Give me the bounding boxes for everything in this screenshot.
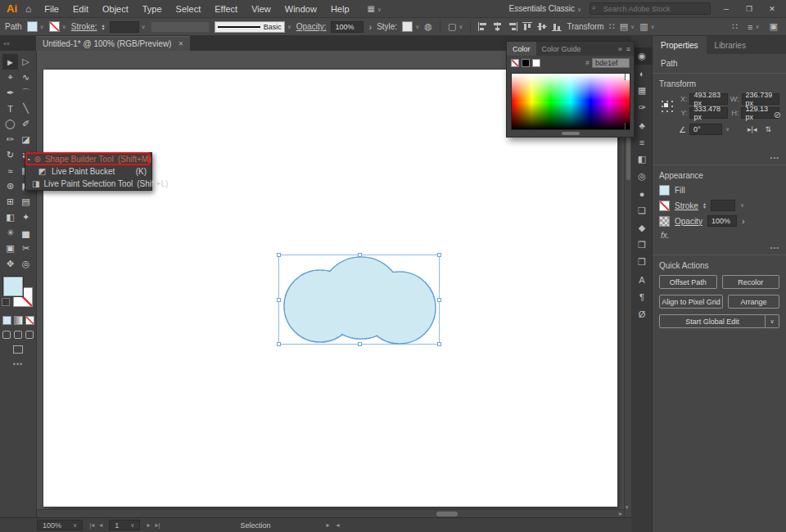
- align-right-icon[interactable]: [508, 22, 517, 31]
- appearance-stroke-swatch[interactable]: [659, 201, 670, 211]
- zoom-level-select[interactable]: 100%∨: [37, 520, 83, 530]
- opacity-value-field[interactable]: 100%: [707, 215, 737, 227]
- x-field[interactable]: 493.283 px: [689, 93, 727, 105]
- y-field[interactable]: 333.478 px: [689, 107, 728, 119]
- asset-export-panel-icon[interactable]: ❒: [631, 254, 653, 271]
- tool-zoom[interactable]: ◎: [18, 256, 34, 272]
- tool-curvature[interactable]: ⌒: [18, 85, 34, 101]
- tool-gradient[interactable]: ◧: [2, 210, 18, 225]
- workspace-layout-icon[interactable]: ▦ ∨: [368, 4, 382, 13]
- brush-definition[interactable]: Basic∨: [215, 21, 291, 33]
- fill-color-picker[interactable]: ∨: [27, 21, 44, 32]
- menu-object[interactable]: Object: [102, 4, 129, 14]
- opacity-expand-icon[interactable]: ›: [742, 216, 745, 226]
- panel-expand-icon[interactable]: »: [618, 45, 622, 53]
- tool-ellipse[interactable]: ◯: [2, 116, 18, 132]
- status-collapse-icon[interactable]: ◂: [337, 521, 340, 529]
- panel-menu-icon[interactable]: ≡: [626, 45, 630, 53]
- selection-bounding-box[interactable]: [278, 255, 440, 345]
- close-button[interactable]: ✕: [765, 5, 779, 13]
- handle-s[interactable]: [358, 342, 362, 346]
- tool-perspective-grid[interactable]: ⊞: [2, 194, 18, 210]
- cloud-shape[interactable]: [279, 255, 440, 345]
- horizontal-scroll-thumb[interactable]: [436, 512, 458, 516]
- align-bottom-icon[interactable]: [552, 22, 562, 31]
- appearance-more-icon[interactable]: •••: [770, 244, 779, 251]
- collapse-toolbar-icon[interactable]: ««: [3, 41, 36, 47]
- tool-symbol-sprayer[interactable]: ✳: [2, 225, 18, 241]
- paragraph-panel-icon[interactable]: ¶: [631, 288, 653, 305]
- artboard-options[interactable]: ▢∨: [448, 21, 463, 32]
- transparency-panel-icon[interactable]: ◎: [631, 168, 653, 185]
- recolor-artwork-icon[interactable]: ◍: [424, 21, 432, 32]
- flip-horizontal-icon[interactable]: ▸|◂: [748, 125, 757, 133]
- tool-eyedropper[interactable]: ✦: [18, 210, 34, 225]
- tool-slice[interactable]: ✂: [18, 241, 34, 256]
- appearance-panel-icon[interactable]: ●: [631, 185, 653, 202]
- tool-artboard[interactable]: ▣: [2, 241, 18, 256]
- draw-normal-button[interactable]: [2, 331, 11, 339]
- menu-select[interactable]: Select: [176, 4, 201, 14]
- align-pixel-grid-button[interactable]: Align to Pixel Grid: [659, 295, 723, 309]
- tool-width[interactable]: ≈: [2, 163, 18, 178]
- color-mode-button[interactable]: [2, 316, 11, 325]
- handle-sw[interactable]: [277, 342, 281, 346]
- swatch-none[interactable]: [511, 59, 519, 67]
- handle-se[interactable]: [437, 342, 441, 346]
- maximize-button[interactable]: ❐: [742, 5, 757, 13]
- hex-value-field[interactable]: bde1ef: [592, 58, 630, 68]
- stroke-color-picker[interactable]: ∨: [49, 21, 66, 32]
- tool-rotate[interactable]: ↻: [2, 147, 18, 163]
- draw-behind-button[interactable]: [14, 331, 22, 339]
- default-colors-icon[interactable]: [2, 298, 10, 306]
- flyout-item-live-paint-selection[interactable]: ◨ Live Paint Selection Tool (Shift+L): [25, 178, 151, 190]
- flyout-item-shape-builder[interactable]: ▪ ⊛ Shape Builder Tool (Shift+M): [25, 153, 151, 165]
- search-input[interactable]: [590, 2, 711, 15]
- character-panel-icon[interactable]: A: [631, 271, 653, 288]
- handle-ne[interactable]: [437, 253, 441, 257]
- artboards-panel-icon[interactable]: ❐: [631, 237, 653, 254]
- tool-type[interactable]: T: [2, 101, 18, 116]
- graphic-styles-panel-icon[interactable]: ❏: [631, 202, 653, 219]
- stroke-weight-stepper[interactable]: ▴▾: [102, 24, 105, 30]
- free-transform-icon[interactable]: ∷: [609, 21, 615, 32]
- layers-panel-icon[interactable]: ◆: [631, 219, 653, 237]
- opacity-panel-link[interactable]: Opacity: [675, 217, 702, 226]
- offset-path-button[interactable]: Offset Path: [659, 275, 717, 289]
- appearance-fill-swatch[interactable]: [659, 185, 670, 196]
- last-artboard-icon[interactable]: ▸|: [155, 521, 160, 529]
- draw-inside-button[interactable]: [25, 331, 34, 339]
- opacity-expand-icon[interactable]: ›: [368, 22, 372, 32]
- transform-more-icon[interactable]: •••: [770, 154, 779, 161]
- handle-e[interactable]: [437, 298, 441, 302]
- flip-vertical-icon[interactable]: ⇅: [765, 125, 771, 133]
- scroll-down-icon[interactable]: ▾: [626, 504, 629, 511]
- panel-control-icon[interactable]: ▣: [770, 21, 778, 32]
- isolate-icon[interactable]: ∷: [732, 21, 738, 32]
- first-artboard-icon[interactable]: |◂: [89, 521, 94, 529]
- fill-stroke-indicator[interactable]: [2, 277, 34, 311]
- swatch-black[interactable]: [522, 59, 530, 67]
- tool-mesh[interactable]: ▤: [18, 194, 34, 210]
- stroke-weight-stepper[interactable]: ▴▾: [703, 202, 706, 209]
- opacity-link[interactable]: Opacity:: [296, 22, 327, 31]
- tool-eraser[interactable]: ◪: [18, 132, 34, 147]
- tool-column-graph[interactable]: ▅: [18, 225, 34, 241]
- gradient-mode-button[interactable]: [14, 316, 23, 325]
- tool-magic-wand[interactable]: ⌖: [2, 70, 18, 85]
- align-middle-icon[interactable]: [537, 22, 547, 31]
- width-field[interactable]: 236.739 px: [742, 93, 779, 105]
- global-edit-dropdown-icon[interactable]: ∨: [766, 314, 779, 328]
- shape-mode-options[interactable]: ▥∨: [639, 21, 655, 32]
- align-left-icon[interactable]: [478, 22, 488, 31]
- align-center-icon[interactable]: [493, 22, 503, 31]
- tab-libraries[interactable]: Libraries: [707, 36, 754, 54]
- toolbar-more-icon[interactable]: •••: [0, 360, 36, 368]
- menu-file[interactable]: File: [44, 4, 59, 14]
- spectrum-black-corner[interactable]: [625, 123, 630, 129]
- flyout-item-live-paint-bucket[interactable]: ◩ Live Paint Bucket (K): [25, 165, 151, 178]
- tool-direct-selection[interactable]: ▷: [18, 54, 34, 70]
- tool-pen[interactable]: ✒: [2, 85, 18, 101]
- tool-hand[interactable]: ✥: [2, 256, 18, 272]
- arrange-button[interactable]: Arrange: [728, 295, 779, 309]
